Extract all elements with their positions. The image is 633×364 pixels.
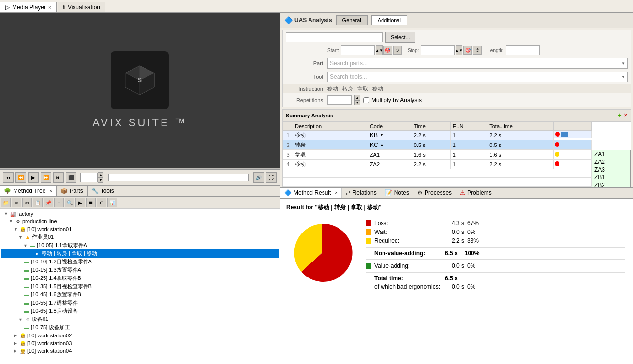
tree-tab-method-close[interactable]: × [49,189,52,193]
part-combo[interactable]: Search parts... ▼ [327,58,628,69]
select-button[interactable]: Select... [385,32,415,43]
tab-visualisation[interactable]: ℹ Visualisation [58,2,105,12]
row-1-code[interactable]: KB ▼ [368,131,412,140]
tree-tool-2[interactable]: ✏ [12,198,21,207]
skip-start-button[interactable]: ⏮ [3,172,14,183]
list-item[interactable]: ▬ [10-65] 1.8启动设备 [1,307,279,315]
tree-tool-5[interactable]: 📌 [44,198,53,207]
tree-tab-method[interactable]: 🌳 Method Tree × [0,186,57,196]
bottom-content: Result for "移动 | 转身 | 拿取 | 移动" [280,199,633,364]
tree-tool-8[interactable]: ▶ [75,198,85,207]
list-item[interactable]: ▼ ⚙ 设备01 [1,315,279,323]
code-arrow-2[interactable]: ▲ [380,143,384,147]
multiply-checkbox-label[interactable]: Multiply by Analysis [363,97,422,103]
stop-icon-1[interactable]: 🎯 [463,46,472,55]
start-input[interactable]: 00:00:00 [341,45,375,55]
tree-tool-11[interactable]: 📊 [107,198,117,207]
tree-tool-1[interactable]: 📁 [1,198,11,207]
list-item[interactable]: ▬ [10-10] 1.2目视检查零件A [1,258,279,266]
tab-relations[interactable]: ⇄ Relations [342,188,381,198]
play-button[interactable]: ▶ [28,172,39,183]
list-item[interactable]: ▬ [10-35] 1.5目视检查零件B [1,282,279,291]
list-item[interactable]: ▼ ▲ 作业员01 [1,233,279,241]
tool-combo[interactable]: Search tools... ▼ [327,72,628,82]
stop-icon-2[interactable]: ⏱ [473,46,482,55]
stop-input[interactable]: 00:00:00 [421,45,455,55]
remove-row-button[interactable]: × [624,111,628,120]
tab-method-result[interactable]: 🔷 Method Result × [280,188,342,198]
tree-tool-7[interactable]: 🔍 [65,198,74,207]
tab-notes[interactable]: 📝 Notes [381,188,413,198]
select-input[interactable] [286,32,383,42]
list-item[interactable]: ▶ 👷 [10] work station03 [1,339,279,347]
stop-spin[interactable]: ▲▼ [456,45,462,55]
tree-tool-9[interactable]: ⏹ [86,198,96,207]
list-item[interactable]: ▬ [10-45] 1.6放置零件B [1,291,279,299]
tab-additional[interactable]: Additional [371,15,407,25]
speed-input[interactable]: 1.0 x [80,173,98,182]
multiply-checkbox[interactable] [363,97,369,103]
list-item[interactable]: ▬ [10-75] 设备加工 [1,323,279,332]
status-dot-1 [555,132,560,137]
progress-bar[interactable] [108,174,249,181]
tree-tab-tools[interactable]: 🔧 Tools [88,186,118,196]
tree-tool-4[interactable]: 📋 [33,198,43,207]
code-dropdown-2[interactable]: KC ▲ [370,142,410,148]
start-spin[interactable]: ▲▼ [376,45,383,55]
list-item[interactable]: ▼ 🏭 factory [1,210,279,218]
row-3-desc[interactable]: 拿取 [293,150,368,160]
row-1-desc[interactable]: 移动 [293,131,368,140]
tab-problems[interactable]: ⚠ Problems [456,188,496,198]
add-row-button[interactable]: + [617,111,621,120]
list-item[interactable]: ▬ [10-25] 1.4拿取零件B [1,274,279,282]
start-icon-1[interactable]: 🎯 [383,46,392,55]
list-item[interactable]: ▬ [10-15] 1.3放置零件A [1,266,279,274]
tree-tool-3[interactable]: ✂ [22,198,32,207]
speed-down-button[interactable]: ▼ [98,177,103,183]
tab-method-result-close[interactable]: × [335,190,337,195]
skip-end-button[interactable]: ⏭ [53,172,64,183]
rep-up-button[interactable]: ▲ [354,95,360,100]
volume-icon[interactable]: 🔊 [253,172,264,183]
repetitions-input[interactable]: 1 [327,95,352,105]
row-4-desc[interactable]: 移动 [293,160,368,169]
va-value: 0.0 s [445,262,464,269]
dropdown-item-za3[interactable]: ZA3 [592,166,630,174]
fullscreen-button[interactable]: ⛶ [266,172,277,183]
dropdown-item-za2[interactable]: ZA2 [592,158,630,166]
row-4-time: 2.2 s [412,160,450,169]
tab-processes[interactable]: ⚙ Processes [413,188,456,198]
code-dropdown-list[interactable]: ZA1 ZA2 ZA3 ZB1 ZB2 ZB3 ZC1 ZC2 ZC3 ▼ [592,150,631,187]
dropdown-item-zb2[interactable]: ZB2 [592,181,630,187]
rep-down-button[interactable]: ▼ [354,100,360,105]
row-2-code[interactable]: KC ▲ [368,140,412,150]
tab-general[interactable]: General [336,15,368,25]
list-item[interactable]: ▼ ▬ [10-05] 1.1拿取零件A [1,241,279,249]
tree-arrow-ws02: ▶ [14,333,18,338]
list-item[interactable]: ▼ 👷 [10] work station01 [1,225,279,233]
tree-tab-parts[interactable]: 📦 Parts [57,186,88,196]
tree-tool-6[interactable]: ↕ [54,198,64,207]
stop-button[interactable]: ⬛ [66,172,76,183]
row-3-code[interactable]: ZA1 [368,150,412,160]
close-media-player-icon[interactable]: × [48,5,51,10]
list-item[interactable]: ▸ 移动 | 转身 | 拿取 | 移动 [1,249,279,258]
list-item[interactable]: ▼ ⚙ production line [1,218,279,225]
list-item[interactable]: ▬ [10-55] 1.7调整零件 [1,299,279,307]
start-icon-2[interactable]: ⏱ [393,46,402,55]
list-item[interactable]: ▶ 👷 [10] work station04 [1,347,279,355]
length-input[interactable]: 00:00:00 [506,45,540,55]
prev-frame-button[interactable]: ⏪ [15,172,26,183]
dropdown-item-za1[interactable]: ZA1 [592,150,630,158]
speed-up-button[interactable]: ▲ [98,172,103,177]
next-frame-button[interactable]: ⏩ [41,172,51,183]
code-dropdown-1[interactable]: KB ▼ [370,132,410,139]
row-2-desc[interactable]: 转身 [293,140,368,150]
tree-tool-10[interactable]: ⚙ [97,198,106,207]
list-item[interactable]: ▶ 👷 [10] work station02 [1,332,279,339]
code-arrow-1[interactable]: ▼ [380,133,383,137]
row-4-code[interactable]: ZA2 [368,160,412,169]
dropdown-item-zb1[interactable]: ZB1 [592,174,630,181]
tab-media-player[interactable]: ▷ Media Player × [0,2,57,12]
ergo-dot [366,284,371,290]
